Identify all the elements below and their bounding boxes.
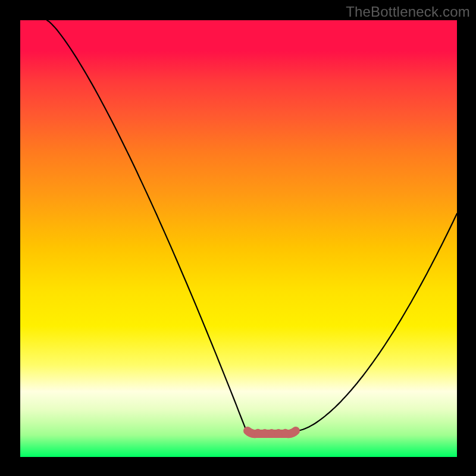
flat-dot <box>289 429 296 437</box>
left-curve <box>47 20 246 431</box>
flat-dot <box>254 429 262 437</box>
chart-container: TheBottleneck.com <box>0 0 476 476</box>
flat-dot <box>275 429 283 437</box>
right-curve <box>297 214 457 431</box>
watermark-text: TheBottleneck.com <box>346 4 470 20</box>
chart-svg <box>20 20 457 457</box>
flat-dot <box>261 429 269 437</box>
flat-dot <box>281 429 289 437</box>
flat-dot <box>248 429 255 437</box>
flat-dot <box>268 429 275 437</box>
plot-area <box>20 20 457 457</box>
